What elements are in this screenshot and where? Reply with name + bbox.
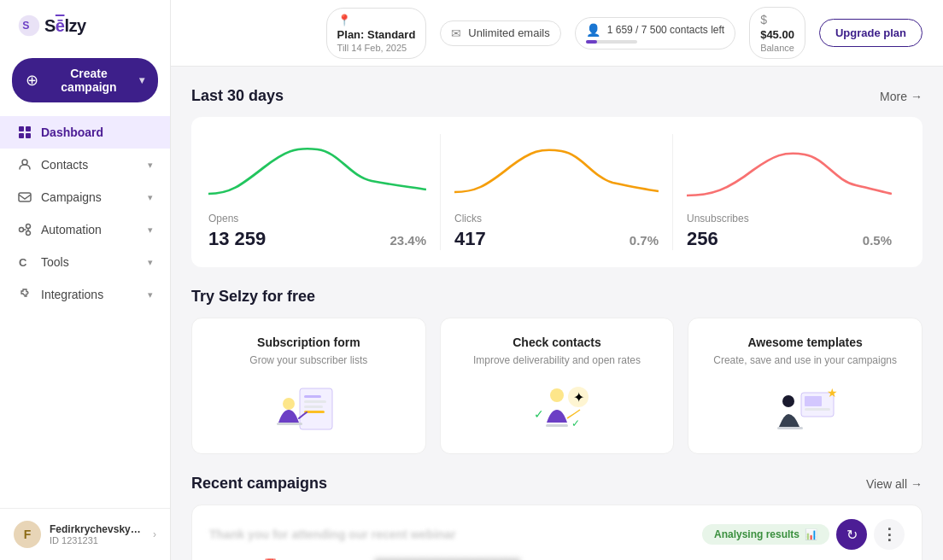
emails-label: Unlimited emails [468,26,549,39]
person-icon [17,157,32,172]
svg-point-17 [283,398,295,410]
clicks-number: 417 [454,228,486,250]
svg-point-8 [20,228,24,232]
try-selzy-section: Try Selzy for free Subscription form Gro… [191,288,922,454]
opens-number: 13 259 [208,228,266,250]
svg-point-28 [782,395,794,407]
sidebar-item-campaigns-label: Campaigns [41,190,139,204]
svg-text:★: ★ [827,386,838,400]
last30-more-link[interactable]: More → [880,90,922,103]
recent-campaigns-section: Recent campaigns View all → Thank you fo… [191,475,922,560]
sidebar-item-tools[interactable]: C Tools ▾ [0,246,170,278]
create-campaign-label: Create campaign [45,67,132,94]
user-id: ID 1231231 [50,535,144,545]
stats-grid: Opens 13 259 23.4% Clicks 417 [208,134,905,250]
sidebar-footer[interactable]: F Fedirkrychevsky@ua... ID 1231231 › [0,508,170,560]
user-info: Fedirkrychevsky@ua... ID 1231231 [50,523,144,545]
svg-rect-26 [805,396,822,406]
contacts-label: 1 659 / 7 500 contacts left [607,24,724,36]
logo: S Sēlzy [17,14,86,38]
unsubscribes-number: 256 [687,228,718,250]
awesome-templates-desc: Create, save and use in your campaigns [713,354,897,366]
opens-stat-row: 13 259 23.4% [208,228,426,250]
sidebar-item-campaigns[interactable]: Campaigns ▾ [0,181,170,213]
clicks-label: Clicks [454,213,659,225]
opens-pct: 23.4% [390,233,426,248]
sidebar-item-dashboard[interactable]: Dashboard [0,116,170,149]
unsubscribes-label: Unsubscribes [687,213,892,225]
page-content: Last 30 days More → Opens 13 25 [171,67,943,560]
grid-icon [17,125,32,140]
pin-icon: 📍 [337,14,351,26]
plan-name: Plan: Standard [337,28,416,41]
integrations-chevron-icon: ▾ [148,289,153,300]
automation-chevron-icon: ▾ [148,225,153,236]
svg-text:C: C [19,256,27,269]
try-card-subscription-form[interactable]: Subscription form Grow your subscriber l… [191,318,426,454]
more-options-button[interactable]: ⋮ [874,519,905,550]
svg-rect-29 [777,427,803,429]
svg-rect-4 [19,133,24,138]
dollar-icon: $ [760,13,767,26]
opens-label: Opens [208,213,426,225]
subscription-form-title: Subscription form [257,335,360,349]
recent-campaigns-header: Recent campaigns View all → [191,475,922,493]
campaign-actions: ↻ ⋮ [836,519,905,550]
svg-rect-27 [805,408,830,411]
create-campaign-button[interactable]: ⊕ Create campaign ▾ [12,58,158,102]
contacts-progress-bar [586,40,637,44]
svg-point-6 [22,160,27,165]
clicks-pct: 0.7% [630,233,659,248]
try-selzy-header: Try Selzy for free [191,288,922,306]
balance-amount: $45.00 [760,28,794,41]
plus-icon: ⊕ [26,71,38,90]
clicks-stat: Clicks 417 0.7% [441,134,673,250]
svg-rect-3 [26,126,31,131]
sidebar-item-automation[interactable]: Automation ▾ [0,213,170,246]
tools-chevron-icon: ▾ [148,257,153,268]
topbar: 📍 Plan: Standard Till 14 Feb, 2025 ✉ Unl… [171,0,943,67]
check-contacts-desc: Improve deliverability and open rates [473,354,641,366]
unsubscribes-chart [687,134,892,202]
sidebar-item-integrations[interactable]: Integrations ▾ [0,278,170,311]
analysing-badge: Analysing results 📊 [702,524,829,545]
view-all-link[interactable]: View all → [866,477,922,491]
campaigns-chevron-icon: ▾ [148,192,153,203]
puzzle-icon [17,287,32,302]
balance-info: $ $45.00 Balance [749,7,805,59]
plan-date: Till 14 Feb, 2025 [337,43,407,53]
svg-rect-24 [546,424,568,427]
clicks-stat-row: 417 0.7% [454,228,659,250]
svg-rect-2 [19,126,24,131]
main-content: 📍 Plan: Standard Till 14 Feb, 2025 ✉ Unl… [171,0,943,560]
contacts-info: 👤 1 659 / 7 500 contacts left [575,17,735,50]
try-selzy-title: Try Selzy for free [191,288,315,306]
last30-header: Last 30 days More → [191,87,922,105]
chart-icon: 📊 [805,528,817,540]
try-card-awesome-templates[interactable]: Awesome templates Create, save and use i… [688,318,922,454]
campaign-title: Thank you for attending our recent webin… [209,528,456,541]
refresh-button[interactable]: ↻ [836,519,867,550]
footer-chevron-icon: › [153,528,156,540]
unsubscribes-pct: 0.5% [863,233,892,248]
recent-campaigns-title: Recent campaigns [191,475,327,493]
svg-point-19 [550,388,564,402]
svg-rect-12 [300,388,332,429]
contacts-chevron-icon: ▾ [148,160,153,171]
sidebar-item-contacts[interactable]: Contacts ▾ [0,149,170,181]
try-card-check-contacts[interactable]: Check contacts Improve deliverability an… [440,318,675,454]
svg-rect-13 [304,395,321,398]
svg-rect-18 [277,423,302,425]
svg-rect-5 [26,133,31,138]
unsubscribes-stat: Unsubscribes 256 0.5% [673,134,905,250]
sidebar-item-automation-label: Automation [41,223,139,236]
campaign-card: Thank you for attending our recent webin… [191,505,922,560]
upgrade-plan-button[interactable]: Upgrade plan [819,19,922,47]
opens-stat: Opens 13 259 23.4% [208,134,441,250]
subscription-form-illustration [266,380,351,440]
svg-point-10 [26,231,31,236]
avatar: F [14,521,41,548]
sidebar-item-contacts-label: Contacts [41,158,139,172]
svg-text:✓: ✓ [534,407,544,421]
sidebar-nav: Dashboard Contacts ▾ Campaigns ▾ Automat… [0,116,170,311]
